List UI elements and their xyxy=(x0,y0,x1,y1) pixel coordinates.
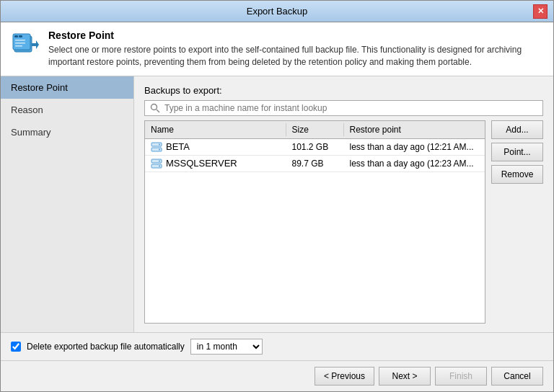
table-body: BETA 101.2 GB less than a day ago (12:21… xyxy=(145,139,485,323)
right-buttons: Add... Point... Remove xyxy=(485,120,543,324)
cancel-button[interactable]: Cancel xyxy=(491,367,543,386)
svg-rect-2 xyxy=(14,35,18,37)
add-button[interactable]: Add... xyxy=(491,120,543,139)
backups-label: Backups to export: xyxy=(144,85,543,96)
search-input[interactable] xyxy=(164,103,537,113)
remove-button[interactable]: Remove xyxy=(491,165,543,184)
svg-rect-3 xyxy=(19,35,22,37)
svg-rect-6 xyxy=(15,45,22,47)
server-icon xyxy=(151,158,162,169)
table-row[interactable]: MSSQLSERVER 89.7 GB less than a day ago … xyxy=(145,156,485,172)
window-title: Export Backup xyxy=(21,6,533,17)
svg-line-8 xyxy=(157,110,159,112)
row-name-1: MSSQLSERVER xyxy=(145,156,286,172)
header-title: Restore Point xyxy=(48,30,543,41)
svg-rect-4 xyxy=(15,40,25,41)
point-button[interactable]: Point... xyxy=(491,143,543,161)
svg-point-12 xyxy=(159,148,160,150)
row-name-0: BETA xyxy=(145,139,286,155)
header-content: Restore Point Select one or more restore… xyxy=(48,30,543,68)
export-backup-window: Export Backup ✕ Restore Point Select one… xyxy=(0,0,554,392)
footer: < Previous Next > Finish Cancel xyxy=(1,360,553,391)
svg-rect-5 xyxy=(15,43,25,44)
col-restore-point: Restore point xyxy=(344,123,485,136)
bottom-section: Delete exported backup file automaticall… xyxy=(1,332,553,360)
sidebar-item-restore-point[interactable]: Restore Point xyxy=(1,76,133,99)
close-button[interactable]: ✕ xyxy=(533,4,548,19)
title-bar: Export Backup ✕ xyxy=(1,1,553,22)
search-icon xyxy=(150,103,160,113)
main-body: Restore Point Reason Summary Backups to … xyxy=(1,76,553,332)
checkbox-row: Delete exported backup file automaticall… xyxy=(11,339,543,355)
sidebar-item-summary[interactable]: Summary xyxy=(1,121,133,143)
server-icon xyxy=(151,141,162,153)
col-size: Size xyxy=(286,123,344,136)
svg-point-15 xyxy=(159,160,160,161)
row-rp-1: less than a day ago (12:23 AM... xyxy=(344,156,485,171)
header-icon xyxy=(11,30,40,58)
svg-point-11 xyxy=(159,143,160,145)
table-header: Name Size Restore point xyxy=(145,121,485,139)
row-size-1: 89.7 GB xyxy=(286,156,344,171)
search-box xyxy=(144,100,543,116)
svg-point-16 xyxy=(159,165,160,166)
table-row[interactable]: BETA 101.2 GB less than a day ago (12:21… xyxy=(145,139,485,156)
time-dropdown[interactable]: in 1 month in 2 months in 3 months in 6 … xyxy=(190,339,263,355)
delete-checkbox[interactable] xyxy=(11,342,21,352)
previous-button[interactable]: < Previous xyxy=(315,367,374,386)
content-area: Backups to export: Name Size Restore poi… xyxy=(134,76,553,332)
next-button[interactable]: Next > xyxy=(379,367,431,386)
svg-point-7 xyxy=(151,104,157,110)
row-size-0: 101.2 GB xyxy=(286,140,344,154)
table-and-buttons: Name Size Restore point xyxy=(144,120,543,324)
sidebar: Restore Point Reason Summary xyxy=(1,76,134,332)
header-description: Select one or more restore points to exp… xyxy=(48,44,543,68)
row-rp-0: less than a day ago (12:21 AM... xyxy=(344,140,485,154)
finish-button[interactable]: Finish xyxy=(435,367,487,386)
sidebar-item-reason[interactable]: Reason xyxy=(1,99,133,121)
backup-table: Name Size Restore point xyxy=(144,120,485,324)
delete-checkbox-label: Delete exported backup file automaticall… xyxy=(27,342,185,352)
header-section: Restore Point Select one or more restore… xyxy=(1,22,553,76)
col-name: Name xyxy=(145,123,286,136)
